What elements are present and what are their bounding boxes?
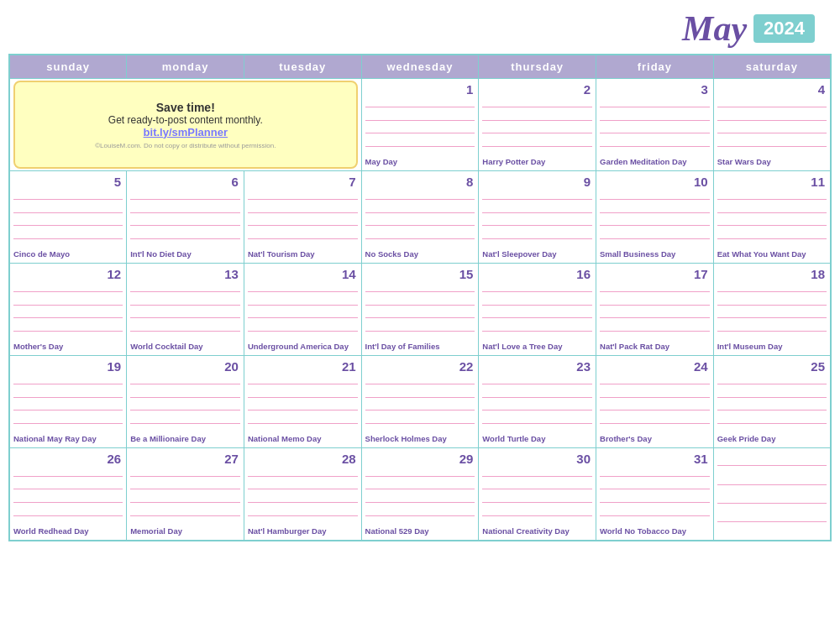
line (717, 107, 827, 107)
line (130, 199, 240, 200)
date-number: 7 (248, 173, 358, 189)
line (600, 410, 710, 411)
cell-lines (717, 97, 827, 157)
day-header-saturday: saturday (713, 55, 831, 79)
date-number: 18 (717, 265, 827, 281)
year-badge: 2024 (753, 14, 815, 43)
line (482, 317, 592, 318)
day-header-friday: friday (596, 55, 714, 79)
date-number: 27 (130, 450, 240, 466)
promo-link[interactable]: bit.ly/smPlanner (144, 126, 228, 139)
line (482, 476, 592, 477)
date-number: 22 (365, 358, 475, 374)
cell-inner: 25Geek Pride Day (717, 358, 827, 446)
cell-inner: 14Underground America Day (248, 265, 358, 353)
week-row-0: Save time!Get ready-to-post content mont… (9, 79, 831, 171)
cell-lines (13, 466, 123, 526)
cal-cell-3-0: 19National May Ray Day (9, 356, 127, 448)
cell-inner: 17Nat'l Pack Rat Day (600, 265, 710, 353)
line (600, 291, 710, 292)
line (717, 120, 827, 121)
line (130, 489, 240, 489)
cell-lines (365, 281, 475, 342)
date-number: 3 (600, 81, 710, 97)
cell-lines (600, 374, 710, 434)
event-label: National 529 Day (365, 526, 475, 538)
event-label: World Turtle Day (482, 434, 592, 446)
line (600, 120, 710, 121)
line (365, 212, 475, 213)
date-number: 12 (13, 265, 123, 281)
cell-inner: 19National May Ray Day (13, 358, 123, 446)
line (130, 331, 240, 332)
line (130, 317, 240, 318)
event-label: Sherlock Holmes Day (365, 434, 475, 446)
line (717, 484, 827, 485)
event-label: Garden Meditation Day (600, 157, 710, 169)
date-number: 15 (365, 265, 475, 281)
cal-cell-3-5: 24Brother's Day (596, 356, 714, 448)
line (365, 107, 475, 107)
cal-cell-3-1: 20Be a Millionaire Day (127, 356, 244, 448)
date-number: 17 (600, 265, 710, 281)
week-row-1: 5Cinco de Mayo6Int'l No Diet Day7Nat'l T… (9, 171, 831, 264)
line (717, 331, 827, 332)
line (600, 489, 710, 489)
line (365, 384, 475, 384)
cell-inner: 16Nat'l Love a Tree Day (482, 265, 592, 353)
line (600, 133, 710, 133)
line (248, 423, 358, 424)
line (130, 238, 240, 239)
cell-lines (248, 281, 358, 342)
cal-cell-4-6 (713, 448, 831, 541)
cell-lines (130, 281, 240, 342)
line (365, 238, 475, 239)
line (248, 397, 358, 398)
cal-cell-1-3: 8No Socks Day (361, 171, 479, 264)
line (717, 238, 827, 239)
event-label: Int'l Day of Families (365, 342, 475, 353)
line (13, 331, 123, 332)
cal-cell-4-1: 27Memorial Day (127, 448, 244, 541)
date-number: 25 (717, 358, 827, 374)
line (248, 317, 358, 318)
line (600, 331, 710, 332)
line (482, 212, 592, 213)
date-number: 24 (600, 358, 710, 374)
date-number: 10 (600, 173, 710, 189)
line (248, 212, 358, 213)
cell-lines (248, 374, 358, 434)
event-label: Brother's Day (600, 434, 710, 446)
cal-cell-2-3: 15Int'l Day of Families (361, 264, 479, 356)
date-number: 9 (482, 173, 592, 189)
line (130, 410, 240, 411)
line (130, 384, 240, 384)
event-label: National Memo Day (248, 434, 358, 446)
line (717, 291, 827, 292)
line (717, 212, 827, 213)
cell-lines (130, 466, 240, 526)
line (130, 212, 240, 213)
cal-cell-1-5: 10Small Business Day (596, 171, 714, 264)
date-number: 30 (482, 450, 592, 466)
date-number: 4 (717, 81, 827, 97)
line (365, 410, 475, 411)
line (717, 410, 827, 411)
line (482, 107, 592, 107)
cell-lines (717, 374, 827, 434)
line (600, 225, 710, 226)
line (13, 423, 123, 424)
line (248, 410, 358, 411)
cell-inner: 18Int'l Museum Day (717, 265, 827, 353)
date-number: 23 (482, 358, 592, 374)
cell-inner: 22Sherlock Holmes Day (365, 358, 475, 446)
cell-lines (130, 374, 240, 434)
event-label: Nat'l Hamburger Day (248, 526, 358, 538)
line (365, 476, 475, 477)
event-label: Geek Pride Day (717, 434, 827, 446)
event-label: Nat'l Sleepover Day (482, 249, 592, 261)
date-number: 2 (482, 81, 592, 97)
line (717, 465, 827, 466)
cell-inner: 1May Day (365, 81, 475, 169)
cal-cell-1-4: 9Nat'l Sleepover Day (479, 171, 596, 264)
